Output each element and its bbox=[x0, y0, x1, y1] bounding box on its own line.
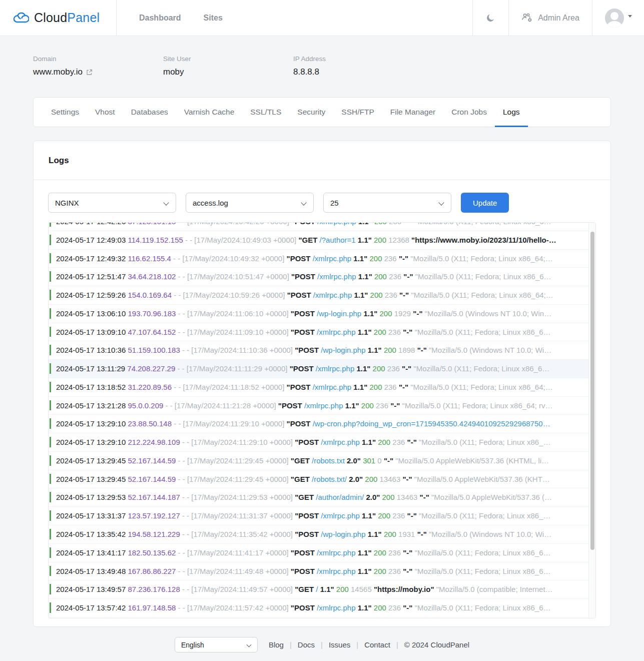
top-right: Admin Area bbox=[472, 0, 644, 36]
footer-separator: | bbox=[396, 640, 398, 649]
log-scrollbar-track[interactable] bbox=[588, 223, 595, 618]
log-row: 2024-05-17 13:11:29 74.208.227.29 - - [1… bbox=[49, 360, 588, 378]
log-row: 2024-05-17 13:21:28 95.0.0.209 - - [17/M… bbox=[49, 397, 588, 415]
service-select[interactable]: NGINX bbox=[48, 193, 176, 213]
footer-link-contact[interactable]: Contact bbox=[364, 640, 390, 649]
log-viewer: 2024-05-17 12:42:26 37.123.151.15 - - [1… bbox=[48, 222, 596, 618]
info-value-text: moby bbox=[163, 67, 184, 77]
users-gear-icon bbox=[521, 13, 533, 23]
line-count-select-value: 25 bbox=[330, 199, 339, 207]
footer-separator: | bbox=[290, 640, 292, 649]
site-info-bar: Domainwww.moby.ioSite UsermobyIP Address… bbox=[0, 36, 644, 97]
footer: English Blog|Docs|Issues|Contact|© 2024 … bbox=[0, 627, 644, 661]
log-row: 2024-05-17 13:29:45 52.167.144.59 - - [1… bbox=[49, 452, 588, 470]
tab-logs[interactable]: Logs bbox=[495, 98, 528, 127]
footer-link-docs[interactable]: Docs bbox=[298, 640, 315, 649]
site-tabs: SettingsVhostDatabasesVarnish CacheSSL/T… bbox=[33, 97, 611, 127]
log-row: 2024-05-17 13:10:36 51.159.100.183 - - [… bbox=[49, 341, 588, 360]
info-value: moby bbox=[163, 67, 293, 77]
line-count-select[interactable]: 25 bbox=[323, 193, 451, 213]
log-rows: 2024-05-17 12:42:26 37.123.151.15 - - [1… bbox=[49, 223, 588, 617]
log-row: 2024-05-17 13:06:10 193.70.96.183 - - [1… bbox=[49, 305, 588, 323]
footer-links: Blog|Docs|Issues|Contact|© 2024 CloudPan… bbox=[269, 640, 469, 649]
top-bar: CloudPanel DashboardSites Admi bbox=[0, 0, 644, 36]
dark-mode-toggle[interactable] bbox=[472, 0, 508, 36]
info-value: www.moby.io bbox=[33, 67, 163, 77]
admin-area-button[interactable]: Admin Area bbox=[508, 0, 592, 36]
log-row: 2024-05-17 12:51:47 34.64.218.102 - - [1… bbox=[49, 268, 588, 286]
info-value: 8.8.8.8 bbox=[293, 67, 423, 77]
info-col-ip-address: IP Address8.8.8.8 bbox=[293, 55, 423, 77]
language-select[interactable]: English bbox=[175, 637, 258, 652]
log-file-select-value: access.log bbox=[193, 199, 228, 207]
logs-toolbar: NGINX access.log 25 Update bbox=[34, 180, 610, 213]
info-col-domain: Domainwww.moby.io bbox=[33, 55, 163, 77]
logs-card-header: Logs bbox=[34, 141, 610, 180]
top-nav: DashboardSites bbox=[117, 0, 472, 36]
log-row: 2024-05-17 13:49:57 87.236.176.128 - - [… bbox=[49, 580, 588, 599]
footer-separator: | bbox=[321, 640, 323, 649]
tab-varnish-cache[interactable]: Varnish Cache bbox=[176, 98, 243, 127]
log-scrollbar-thumb[interactable] bbox=[590, 232, 594, 550]
tab-security[interactable]: Security bbox=[289, 98, 333, 127]
log-row: 2024-05-17 13:57:42 161.97.148.58 - - [1… bbox=[49, 599, 588, 617]
log-row: 2024-05-17 13:29:53 52.167.144.187 - - [… bbox=[49, 488, 588, 507]
cloudpanel-logo[interactable]: CloudPanel bbox=[0, 0, 117, 36]
footer-copyright: © 2024 CloudPanel bbox=[404, 640, 469, 649]
info-label: Site User bbox=[163, 55, 293, 63]
info-label: Domain bbox=[33, 55, 163, 63]
log-row: 2024-05-17 13:29:10 212.224.98.109 - - [… bbox=[49, 433, 588, 452]
update-button[interactable]: Update bbox=[461, 193, 509, 213]
admin-area-label: Admin Area bbox=[538, 14, 579, 23]
info-value-text: 8.8.8.8 bbox=[293, 67, 319, 77]
footer-link-issues[interactable]: Issues bbox=[329, 640, 350, 649]
language-select-value: English bbox=[181, 641, 204, 649]
info-value-text: www.moby.io bbox=[33, 67, 83, 77]
page-title: Logs bbox=[49, 156, 69, 165]
moon-icon bbox=[486, 13, 496, 23]
log-row: 2024-05-17 13:35:42 194.58.121.229 - - [… bbox=[49, 525, 588, 544]
brand-text: CloudPanel bbox=[34, 11, 100, 25]
nav-item-dashboard[interactable]: Dashboard bbox=[139, 14, 181, 23]
footer-link-blog[interactable]: Blog bbox=[269, 640, 284, 649]
log-row: 2024-05-17 12:49:32 116.62.155.4 - - [17… bbox=[49, 250, 588, 268]
cloud-logo-icon bbox=[12, 10, 29, 27]
tab-databases[interactable]: Databases bbox=[123, 98, 176, 127]
log-row: 2024-05-17 12:59:26 154.0.169.64 - - [17… bbox=[49, 286, 588, 305]
chevron-down-icon bbox=[628, 15, 632, 18]
log-file-select[interactable]: access.log bbox=[186, 193, 314, 213]
avatar bbox=[605, 9, 624, 28]
tab-cron-jobs[interactable]: Cron Jobs bbox=[443, 98, 495, 127]
service-select-value: NGINX bbox=[55, 199, 79, 207]
tab-vhost[interactable]: Vhost bbox=[87, 98, 123, 127]
tab-settings[interactable]: Settings bbox=[43, 98, 87, 127]
tab-file-manager[interactable]: File Manager bbox=[382, 98, 443, 127]
tab-ssl-tls[interactable]: SSL/TLS bbox=[242, 98, 289, 127]
log-row: 2024-05-17 13:31:37 123.57.192.127 - - [… bbox=[49, 507, 588, 525]
log-row: 2024-05-17 13:18:52 31.220.89.56 - - [17… bbox=[49, 378, 588, 397]
user-menu[interactable] bbox=[592, 0, 644, 36]
log-row: 2024-05-17 13:29:10 23.88.50.148 - - [17… bbox=[49, 415, 588, 433]
footer-separator: | bbox=[356, 640, 358, 649]
log-row: 2024-05-17 13:09:10 47.107.64.152 - - [1… bbox=[49, 323, 588, 342]
info-col-site-user: Site Usermoby bbox=[163, 55, 293, 77]
nav-item-sites[interactable]: Sites bbox=[204, 14, 223, 23]
external-link-icon[interactable] bbox=[86, 69, 93, 76]
log-row: 2024-05-17 12:42:26 37.123.151.15 - - [1… bbox=[49, 223, 588, 231]
tab-ssh-ftp[interactable]: SSH/FTP bbox=[333, 98, 382, 127]
logs-card: Logs NGINX access.log 25 Update 2024-05-… bbox=[33, 141, 611, 627]
log-row: 2024-05-17 13:29:45 52.167.144.59 - - [1… bbox=[49, 470, 588, 489]
log-row: 2024-05-17 13:41:17 182.50.135.62 - - [1… bbox=[49, 544, 588, 562]
info-label: IP Address bbox=[293, 55, 423, 63]
log-row: 2024-05-17 13:49:48 167.86.86.227 - - [1… bbox=[49, 562, 588, 581]
log-row: 2024-05-17 12:49:03 114.119.152.155 - - … bbox=[49, 231, 588, 250]
